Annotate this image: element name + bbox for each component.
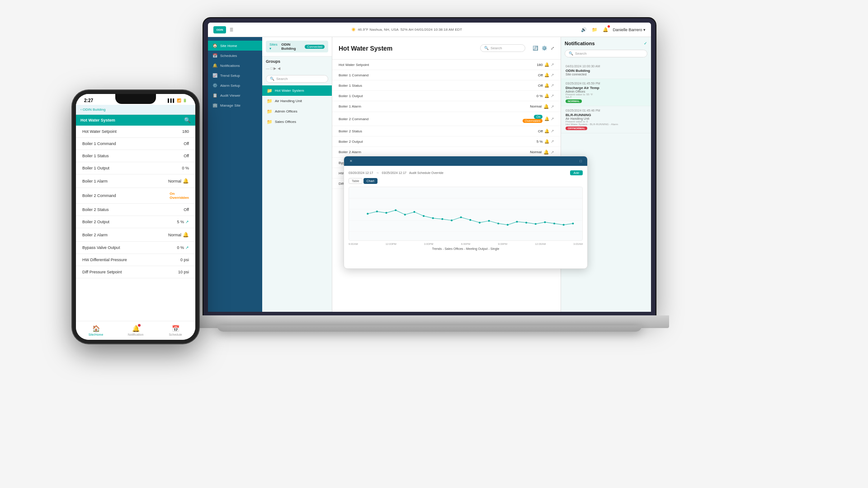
- sites-dropdown[interactable]: Sites ▾: [269, 42, 278, 51]
- trend-header: ✕ □: [344, 156, 587, 166]
- phone-list-item: Boiler 2 Status Off: [76, 204, 195, 216]
- chart-area: [349, 187, 583, 241]
- folder-icon[interactable]: 📁: [591, 26, 598, 33]
- table-row: Boiler 2 Command On Overridden 🔔 ↗: [332, 112, 561, 126]
- phone-nav-schedule[interactable]: 📅 Schedule: [156, 323, 195, 338]
- trend-body: 03/20/2024 12:17 → 03/25/2024 12:17 Audi…: [344, 166, 587, 255]
- phone-device: 2:27 ▌▌▌ 📶 🔋 ‹ ODIN Building Hot Water S…: [72, 90, 199, 343]
- settings-icon[interactable]: ⚙️: [542, 46, 547, 51]
- notif-badge-offnormal: OFFNORMAL: [566, 127, 587, 130]
- phone-list-item: Boiler 2 Output 5 % ↗: [76, 216, 195, 228]
- notif-item: 03/25/2024 01:45:59 PM Discharge Air Tem…: [561, 79, 651, 106]
- weather-temp: 46.9°F Nashua, NH, USA: [358, 28, 398, 32]
- trend-icon: 📈: [212, 73, 217, 78]
- search-icon: 🔍: [270, 77, 274, 81]
- refresh-icon[interactable]: 🔄: [533, 46, 538, 51]
- trend-title-bar: 03/20/2024 12:17 → 03/25/2024 12:17 Audi…: [349, 170, 583, 175]
- weather-sub: 52% AH 04/01/2024 10:38:18 AM EDT: [401, 28, 462, 32]
- sidebar-item-schedules[interactable]: 📅 Schedules: [208, 51, 262, 61]
- notif-search-icon: 🔍: [569, 52, 573, 56]
- phone-nav-notification-label: Notification: [128, 333, 144, 336]
- laptop-foot: [217, 325, 642, 332]
- expand-icon[interactable]: ⤢: [551, 46, 554, 51]
- phone-active-header: Hot Water System 🔍: [76, 115, 195, 126]
- wifi-icon: 📶: [177, 99, 181, 103]
- phone-list-item: Bypass Valve Output 0 % ↗: [76, 242, 195, 254]
- trend-close-icon[interactable]: ✕: [349, 159, 353, 163]
- phone-schedule-icon: 📅: [172, 325, 179, 332]
- notif-check-icon[interactable]: ✓: [644, 41, 647, 46]
- table-row: Boiler 2 Status Off 🔔 ↗: [332, 126, 561, 136]
- groups-search[interactable]: 🔍 Search: [266, 75, 328, 83]
- phone-nav-notification[interactable]: 🔔 Notification: [116, 323, 156, 338]
- sidebar: 🏠 Site Home 📅 Schedules 🔔 Notifications: [208, 37, 262, 312]
- alarm-bell-2-icon: 🔔: [543, 150, 549, 155]
- phone-search-icon[interactable]: 🔍: [184, 117, 191, 123]
- date-range-end: 03/25/2024 12:17: [382, 171, 407, 174]
- trend-tab-chart[interactable]: Chart: [363, 178, 377, 184]
- battery-icon: 🔋: [183, 99, 187, 103]
- back-label: ODIN Building: [83, 108, 106, 112]
- notification-icon[interactable]: 🔔: [602, 26, 609, 33]
- sidebar-item-manage[interactable]: 🏢 Manage Site: [208, 100, 262, 110]
- trend-add-button[interactable]: Add: [570, 170, 583, 175]
- phone-notif-icon: 🔔: [132, 325, 140, 332]
- groups-controls-icon: — □ ▶ ◀: [266, 66, 280, 70]
- phone-nav-sitehome[interactable]: 🏠 Site/Home: [76, 323, 116, 338]
- group-item-hotwater[interactable]: 📁 Hot Water System: [262, 85, 332, 96]
- sidebar-item-sitehome[interactable]: 🏠 Site Home: [208, 41, 262, 51]
- phone-trend-icon: ↗: [185, 220, 189, 224]
- group-label-sales: Sales Offices: [275, 120, 296, 124]
- trend-tab-table[interactable]: Table: [349, 178, 363, 184]
- group-item-sales[interactable]: 📁 Sales Offices: [262, 117, 332, 127]
- phone-list: Hot Water Setpoint 180 Boiler 1 Command …: [76, 126, 195, 321]
- manage-icon: 🏢: [212, 103, 217, 108]
- sidebar-item-alarm[interactable]: ⚙️ Alarm Setup: [208, 80, 262, 90]
- phone-list-item: Boiler 1 Alarm Normal 🔔: [76, 174, 195, 188]
- notif-search[interactable]: 🔍 Search: [565, 50, 647, 57]
- alarm-icon: ⚙️: [212, 83, 217, 88]
- table-row: Boiler 1 Command Off 🔔 ↗: [332, 70, 561, 80]
- group-label-hotwater: Hot Water System: [275, 89, 304, 93]
- date-range-start: 03/20/2024 12:17: [349, 171, 373, 174]
- sidebar-item-audit[interactable]: 📋 Audit Viewer: [208, 90, 262, 100]
- notif-header: Notifications ✓: [561, 37, 651, 50]
- phone-notch: [115, 94, 156, 104]
- notif-panel-title: Notifications: [565, 41, 595, 46]
- phone-nav-bar: ‹ ODIN Building: [76, 105, 195, 115]
- volume-icon[interactable]: 🔊: [580, 26, 587, 33]
- group-label-admin: Admin Offices: [275, 109, 297, 113]
- home-icon: 🏠: [212, 43, 217, 48]
- phone-active-label: Hot Water System: [80, 118, 115, 122]
- top-bar-right: 🔊 📁 🔔 Danielle Barrero ▾: [580, 26, 646, 33]
- folder-hotwater-icon: 📁: [267, 88, 272, 93]
- trend-chart-overlay: ✕ □ 03/20/2024 12:17 → 03/25/2024 12:17 …: [344, 156, 588, 269]
- user-name[interactable]: Danielle Barrero ▾: [613, 28, 646, 32]
- table-row: Boiler 1 Status Off 🔔 ↗: [332, 80, 561, 91]
- hamburger-icon[interactable]: ☰: [230, 28, 233, 32]
- phone-list-item: Boiler 1 Command Off: [76, 138, 195, 150]
- connected-badge: Connected: [305, 45, 325, 49]
- schedule-icon: 📅: [212, 53, 217, 58]
- sidebar-label-notifications: Notifications: [220, 64, 240, 68]
- sidebar-item-notifications[interactable]: 🔔 Notifications: [208, 61, 262, 70]
- bell-icon: 🔔: [212, 63, 217, 68]
- back-chevron-icon: ‹: [80, 108, 82, 112]
- sidebar-item-trend[interactable]: 📈 Trend Setup: [208, 70, 262, 80]
- phone-back-button[interactable]: ‹ ODIN Building: [80, 108, 105, 112]
- phone-status-icons: ▌▌▌ 📶 🔋: [168, 99, 187, 103]
- table-row: Boiler 2 Output 5 % 🔔 ↗: [332, 136, 561, 147]
- group-item-ahu[interactable]: 📁 Air Handling Unit: [262, 96, 332, 106]
- group-item-admin[interactable]: 📁 Admin Offices: [262, 106, 332, 117]
- group-label-ahu: Air Handling Unit: [275, 99, 302, 103]
- trend-expand-icon[interactable]: □: [580, 159, 582, 163]
- app-logo: ODIN: [213, 26, 226, 33]
- data-panel-header: Hot Water System 🔍 Search 🔄 ⚙️ ⤢: [332, 37, 561, 60]
- phone-time: 2:27: [84, 98, 93, 103]
- sidebar-label-alarm: Alarm Setup: [220, 84, 240, 88]
- data-search[interactable]: 🔍 Search: [480, 44, 525, 52]
- phone-nav-schedule-label: Schedule: [169, 333, 182, 336]
- top-bar: ODIN ☰ ☀️ 46.9°F Nashua, NH, USA 52% AH …: [208, 23, 651, 37]
- sidebar-label-schedules: Schedules: [220, 54, 237, 58]
- chart-x-labels: 9:00AM 12:00PM 3:00PM 6:00PM 9:00PM 12:0…: [349, 243, 583, 245]
